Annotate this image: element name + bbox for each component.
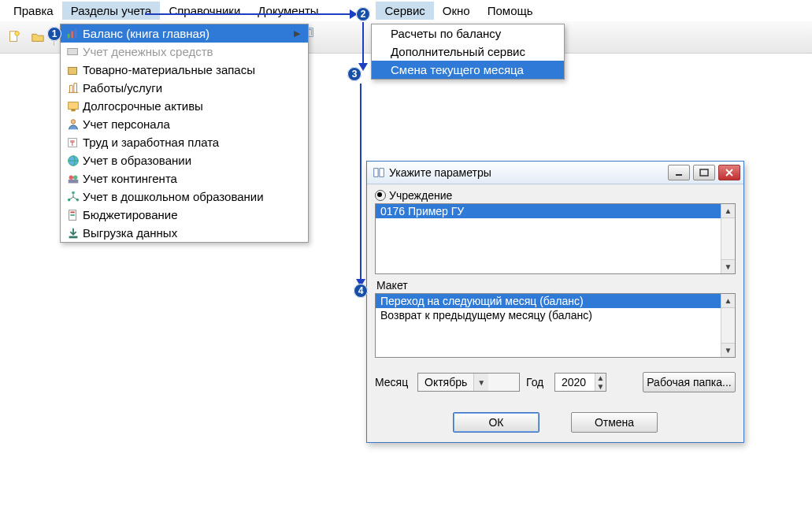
sections-item-label: Труд и заработная плата [83, 136, 219, 149]
sections-item-label: Товарно-материальные запасы [83, 63, 255, 76]
svg-rect-23 [69, 236, 78, 238]
dialog-parameters: Укажите параметры Учреждение 0176 Пример… [366, 161, 744, 443]
year-value: 2020 [555, 376, 595, 388]
scrollbar[interactable]: ▲ ▼ [721, 294, 735, 357]
menubar: Правка Разделы учета Справочники Докумен… [0, 0, 812, 21]
list-item[interactable]: Переход на следующий месяц (баланс) [376, 294, 735, 308]
menu-help[interactable]: Помощь [479, 2, 542, 20]
sections-item-budget[interactable]: Бюджетирование [61, 206, 308, 224]
svg-rect-16 [69, 179, 79, 183]
sections-item-preschool[interactable]: Учет в дошкольном образовании [61, 188, 308, 206]
template-listbox[interactable]: Переход на следующий месяц (баланс) Возв… [375, 293, 736, 358]
toolbar-button-new[interactable] [3, 26, 25, 48]
svg-rect-8 [69, 102, 79, 109]
cash-icon [64, 45, 83, 59]
menu-edit[interactable]: Правка [5, 2, 62, 20]
dropdown-service: Расчеты по балансу Дополнительный сервис… [371, 24, 565, 80]
callout-badge-2: 2 [356, 7, 370, 21]
svg-point-15 [73, 175, 77, 179]
svg-point-14 [69, 175, 73, 179]
sections-item-label: Выгрузка данных [83, 226, 177, 240]
person-icon [64, 117, 83, 132]
sections-item-cash[interactable]: Учет денежных средств [61, 43, 308, 61]
window-close-button[interactable] [718, 165, 740, 180]
sections-item-assets[interactable]: Долгосрочные активы [61, 97, 308, 115]
globe-icon [64, 154, 83, 168]
payroll-icon: ₸ [64, 136, 83, 150]
sections-item-export[interactable]: Выгрузка данных [61, 224, 308, 242]
institution-listbox[interactable]: 0176 Пример ГУ ▲ ▼ [375, 203, 736, 274]
sections-item-education[interactable]: Учет в образовании [61, 151, 308, 169]
svg-rect-25 [700, 169, 708, 176]
sections-item-label: Баланс (книга главная) [83, 27, 209, 40]
arrow-2-to-3 [362, 22, 364, 65]
dialog-titlebar: Укажите параметры [367, 162, 743, 184]
scroll-up-icon[interactable]: ▲ [721, 294, 735, 308]
service-item-change-month[interactable]: Смена текущего месяца [372, 61, 564, 79]
sections-item-label: Учет персонала [83, 117, 170, 131]
window-maximize-button[interactable] [693, 165, 715, 180]
window-minimize-button[interactable] [668, 165, 690, 180]
scroll-down-icon[interactable]: ▼ [721, 343, 735, 357]
export-icon [64, 226, 83, 240]
submenu-arrow-icon: ▶ [294, 28, 300, 39]
list-item[interactable]: Возврат к предыдущему месяцу (баланс) [376, 308, 735, 322]
arrow-3-to-4 [360, 84, 362, 281]
working-folder-button[interactable]: Рабочая папка... [643, 372, 736, 392]
sections-item-personnel[interactable]: Учет персонала [61, 115, 308, 133]
sections-item-payroll[interactable]: ₸ Труд и заработная плата [61, 133, 308, 151]
svg-rect-24 [676, 174, 682, 176]
svg-text:₸: ₸ [70, 139, 75, 147]
cancel-button[interactable]: Отмена [571, 412, 658, 433]
budget-icon [64, 208, 83, 222]
services-icon [64, 81, 83, 95]
svg-rect-9 [71, 109, 75, 111]
balance-icon [64, 27, 83, 41]
menu-refs[interactable]: Справочники [160, 2, 249, 20]
month-combo[interactable]: Октябрь ▼ [417, 373, 520, 392]
svg-rect-6 [68, 48, 78, 54]
toolbar-button-open[interactable] [27, 26, 49, 48]
svg-point-10 [71, 119, 75, 123]
assets-icon [64, 99, 83, 113]
ok-button[interactable]: ОК [453, 412, 539, 433]
sections-item-services[interactable]: Работы/услуги [61, 79, 308, 97]
service-item-balance-calc[interactable]: Расчеты по балансу [372, 24, 564, 43]
callout-badge-1: 1 [47, 27, 61, 41]
book-icon [372, 165, 386, 180]
service-item-label: Расчеты по балансу [391, 27, 501, 40]
service-item-label: Дополнительный сервис [391, 45, 525, 58]
institution-radio[interactable]: Учреждение [375, 189, 736, 202]
scroll-down-icon[interactable]: ▼ [721, 259, 735, 273]
menu-sections[interactable]: Разделы учета [62, 2, 161, 20]
branch-icon [64, 190, 83, 204]
scroll-up-icon[interactable]: ▲ [721, 204, 735, 218]
chevron-down-icon[interactable]: ▼ [473, 374, 488, 391]
menu-docs[interactable]: Документы [249, 2, 327, 20]
sections-item-label: Долгосрочные активы [83, 99, 203, 113]
institution-label: Учреждение [389, 189, 452, 202]
sections-item-contingent[interactable]: Учет контингента [61, 169, 308, 188]
sections-item-label: Учет в образовании [83, 154, 191, 167]
svg-rect-3 [68, 34, 70, 38]
inventory-icon [64, 63, 83, 77]
svg-rect-4 [71, 31, 73, 38]
spinner-up-icon[interactable]: ▲ [595, 374, 606, 382]
sections-item-balance[interactable]: Баланс (книга главная) ▶ [61, 24, 308, 43]
svg-rect-21 [70, 211, 74, 213]
sections-item-label: Учет в дошкольном образовании [83, 190, 264, 203]
scrollbar[interactable]: ▲ ▼ [721, 204, 735, 273]
year-spinner[interactable]: 2020 ▲ ▼ [554, 373, 606, 392]
svg-rect-22 [70, 214, 74, 216]
dialog-title: Укажите параметры [389, 166, 668, 179]
list-item[interactable]: 0176 Пример ГУ [376, 204, 735, 218]
sections-item-label: Работы/услуги [83, 81, 162, 95]
svg-rect-5 [75, 28, 77, 38]
radio-on-icon [375, 190, 386, 201]
service-item-extra[interactable]: Дополнительный сервис [372, 43, 564, 61]
svg-rect-7 [69, 67, 77, 74]
menu-window[interactable]: Окно [434, 2, 479, 20]
spinner-down-icon[interactable]: ▼ [595, 382, 606, 391]
year-label: Год [526, 376, 548, 388]
sections-item-inventory[interactable]: Товарно-материальные запасы [61, 61, 308, 79]
